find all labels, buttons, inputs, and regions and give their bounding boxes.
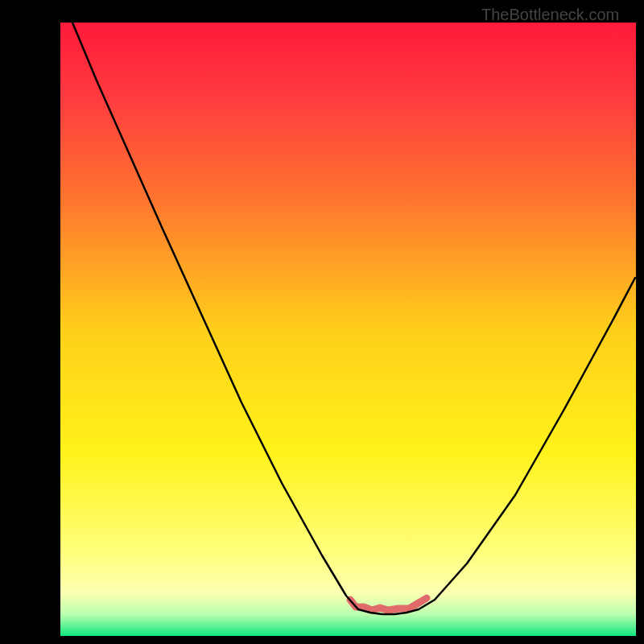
viewport: TheBottleneck.com [0,0,644,644]
plot-svg [0,0,644,644]
watermark-label: TheBottleneck.com [481,6,619,24]
plot-background [60,23,636,636]
